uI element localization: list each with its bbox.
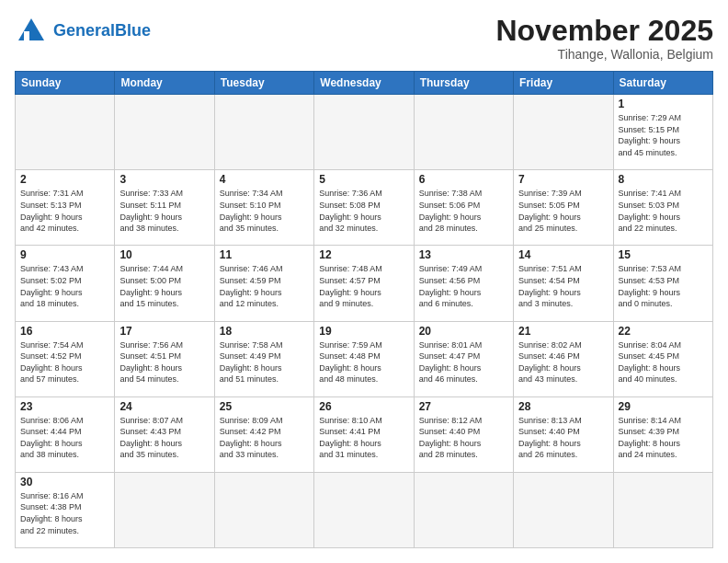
day-number: 28	[518, 400, 608, 413]
day-number: 5	[319, 173, 408, 186]
day-info: Sunrise: 7:39 AM Sunset: 5:05 PM Dayligh…	[518, 188, 608, 234]
table-row	[214, 95, 313, 170]
header: GeneralBlue November 2025 Tihange, Wallo…	[15, 15, 713, 62]
table-row	[514, 95, 613, 170]
day-number: 25	[220, 400, 309, 413]
table-row: 18Sunrise: 7:58 AM Sunset: 4:49 PM Dayli…	[214, 321, 313, 396]
day-info: Sunrise: 7:36 AM Sunset: 5:08 PM Dayligh…	[319, 188, 408, 234]
header-saturday: Saturday	[613, 72, 712, 95]
table-row: 29Sunrise: 8:14 AM Sunset: 4:39 PM Dayli…	[613, 396, 712, 472]
day-number: 2	[20, 173, 109, 186]
day-info: Sunrise: 7:53 AM Sunset: 4:53 PM Dayligh…	[619, 263, 708, 309]
day-number: 6	[419, 173, 508, 186]
day-info: Sunrise: 8:07 AM Sunset: 4:43 PM Dayligh…	[119, 415, 209, 461]
day-info: Sunrise: 8:13 AM Sunset: 4:40 PM Dayligh…	[518, 415, 608, 461]
table-row: 12Sunrise: 7:48 AM Sunset: 4:57 PM Dayli…	[314, 246, 414, 321]
calendar-week-row: 9Sunrise: 7:43 AM Sunset: 5:02 PM Daylig…	[16, 246, 713, 321]
day-info: Sunrise: 8:06 AM Sunset: 4:44 PM Dayligh…	[20, 415, 109, 461]
month-title: November 2025	[495, 15, 713, 47]
day-number: 21	[518, 325, 608, 338]
logo: GeneralBlue	[15, 15, 151, 48]
table-row: 7Sunrise: 7:39 AM Sunset: 5:05 PM Daylig…	[514, 170, 613, 246]
location-subtitle: Tihange, Wallonia, Belgium	[495, 47, 713, 62]
table-row	[414, 95, 513, 170]
day-info: Sunrise: 7:49 AM Sunset: 4:56 PM Dayligh…	[419, 263, 508, 309]
day-info: Sunrise: 7:29 AM Sunset: 5:15 PM Dayligh…	[619, 112, 708, 158]
calendar-week-row: 2Sunrise: 7:31 AM Sunset: 5:13 PM Daylig…	[16, 170, 713, 246]
day-info: Sunrise: 8:01 AM Sunset: 4:47 PM Dayligh…	[419, 339, 508, 385]
table-row: 16Sunrise: 7:54 AM Sunset: 4:52 PM Dayli…	[16, 321, 115, 396]
title-block: November 2025 Tihange, Wallonia, Belgium	[495, 15, 713, 62]
day-number: 29	[619, 400, 708, 413]
day-info: Sunrise: 8:10 AM Sunset: 4:41 PM Dayligh…	[319, 415, 408, 461]
table-row: 9Sunrise: 7:43 AM Sunset: 5:02 PM Daylig…	[16, 246, 115, 321]
day-number: 16	[20, 325, 109, 338]
svg-rect-2	[24, 31, 29, 40]
day-number: 7	[518, 173, 608, 186]
page: GeneralBlue November 2025 Tihange, Wallo…	[0, 0, 728, 563]
day-number: 23	[20, 400, 109, 413]
day-number: 18	[220, 325, 309, 338]
day-number: 12	[319, 248, 408, 261]
day-number: 14	[518, 248, 608, 261]
table-row: 28Sunrise: 8:13 AM Sunset: 4:40 PM Dayli…	[514, 396, 613, 472]
weekday-header-row: Sunday Monday Tuesday Wednesday Thursday…	[16, 72, 713, 95]
day-number: 11	[220, 248, 309, 261]
day-number: 3	[119, 173, 209, 186]
table-row: 19Sunrise: 7:59 AM Sunset: 4:48 PM Dayli…	[314, 321, 414, 396]
table-row	[314, 472, 414, 547]
day-info: Sunrise: 7:43 AM Sunset: 5:02 PM Dayligh…	[20, 263, 109, 309]
calendar-week-row: 23Sunrise: 8:06 AM Sunset: 4:44 PM Dayli…	[16, 396, 713, 472]
day-number: 4	[220, 173, 309, 186]
day-info: Sunrise: 7:38 AM Sunset: 5:06 PM Dayligh…	[419, 188, 508, 234]
table-row: 22Sunrise: 8:04 AM Sunset: 4:45 PM Dayli…	[613, 321, 712, 396]
table-row	[115, 95, 214, 170]
table-row: 13Sunrise: 7:49 AM Sunset: 4:56 PM Dayli…	[414, 246, 513, 321]
header-monday: Monday	[115, 72, 214, 95]
table-row: 14Sunrise: 7:51 AM Sunset: 4:54 PM Dayli…	[514, 246, 613, 321]
calendar-table: Sunday Monday Tuesday Wednesday Thursday…	[15, 71, 713, 548]
table-row	[115, 472, 214, 547]
table-row: 11Sunrise: 7:46 AM Sunset: 4:59 PM Dayli…	[214, 246, 313, 321]
day-info: Sunrise: 8:09 AM Sunset: 4:42 PM Dayligh…	[220, 415, 309, 461]
table-row	[16, 95, 115, 170]
logo-text: GeneralBlue	[53, 22, 151, 40]
table-row	[414, 472, 513, 547]
day-info: Sunrise: 8:04 AM Sunset: 4:45 PM Dayligh…	[619, 339, 708, 385]
table-row: 1Sunrise: 7:29 AM Sunset: 5:15 PM Daylig…	[613, 95, 712, 170]
table-row	[613, 472, 712, 547]
table-row: 26Sunrise: 8:10 AM Sunset: 4:41 PM Dayli…	[314, 396, 414, 472]
day-number: 22	[619, 325, 708, 338]
day-info: Sunrise: 7:33 AM Sunset: 5:11 PM Dayligh…	[119, 188, 209, 234]
header-friday: Friday	[514, 72, 613, 95]
day-number: 20	[419, 325, 508, 338]
table-row: 15Sunrise: 7:53 AM Sunset: 4:53 PM Dayli…	[613, 246, 712, 321]
table-row	[314, 95, 414, 170]
table-row: 27Sunrise: 8:12 AM Sunset: 4:40 PM Dayli…	[414, 396, 513, 472]
table-row: 25Sunrise: 8:09 AM Sunset: 4:42 PM Dayli…	[214, 396, 313, 472]
header-tuesday: Tuesday	[214, 72, 313, 95]
logo-general: General	[53, 21, 115, 40]
day-info: Sunrise: 8:14 AM Sunset: 4:39 PM Dayligh…	[619, 415, 708, 461]
table-row: 5Sunrise: 7:36 AM Sunset: 5:08 PM Daylig…	[314, 170, 414, 246]
header-wednesday: Wednesday	[314, 72, 414, 95]
day-info: Sunrise: 8:02 AM Sunset: 4:46 PM Dayligh…	[518, 339, 608, 385]
day-number: 13	[419, 248, 508, 261]
day-number: 9	[20, 248, 109, 261]
logo-blue: Blue	[115, 21, 151, 40]
table-row: 4Sunrise: 7:34 AM Sunset: 5:10 PM Daylig…	[214, 170, 313, 246]
day-info: Sunrise: 8:12 AM Sunset: 4:40 PM Dayligh…	[419, 415, 508, 461]
day-number: 8	[619, 173, 708, 186]
calendar-week-row: 1Sunrise: 7:29 AM Sunset: 5:15 PM Daylig…	[16, 95, 713, 170]
table-row	[214, 472, 313, 547]
table-row	[514, 472, 613, 547]
day-info: Sunrise: 7:31 AM Sunset: 5:13 PM Dayligh…	[20, 188, 109, 234]
day-info: Sunrise: 7:34 AM Sunset: 5:10 PM Dayligh…	[220, 188, 309, 234]
table-row: 10Sunrise: 7:44 AM Sunset: 5:00 PM Dayli…	[115, 246, 214, 321]
day-number: 10	[119, 248, 209, 261]
header-sunday: Sunday	[16, 72, 115, 95]
day-number: 24	[119, 400, 209, 413]
day-info: Sunrise: 8:16 AM Sunset: 4:38 PM Dayligh…	[20, 490, 109, 536]
day-info: Sunrise: 7:54 AM Sunset: 4:52 PM Dayligh…	[20, 339, 109, 385]
table-row: 2Sunrise: 7:31 AM Sunset: 5:13 PM Daylig…	[16, 170, 115, 246]
